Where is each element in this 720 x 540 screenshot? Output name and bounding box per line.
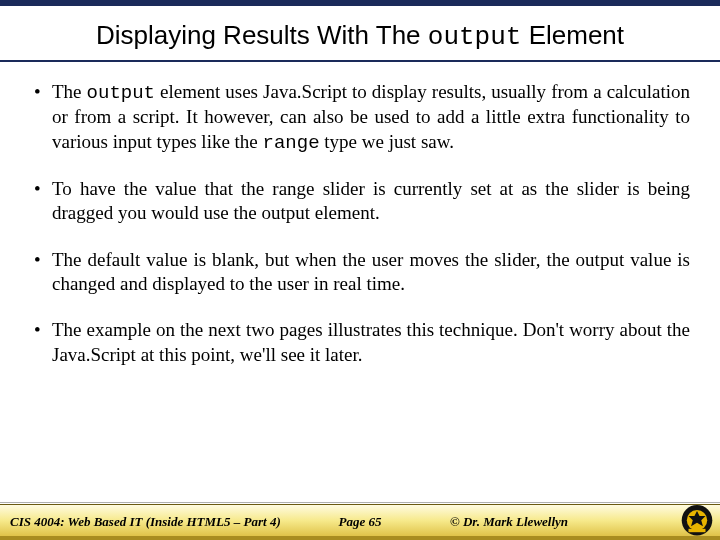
footer-page: Page 65 [339,514,382,530]
title-suffix: Element [521,20,624,50]
title-prefix: Displaying Results With The [96,20,428,50]
footer-course: CIS 4004: Web Based IT (Inside HTML5 – P… [10,514,301,530]
title-underline [0,60,720,62]
bullet-list: The output element uses Java.Script to d… [30,80,690,367]
footer-author: © Dr. Mark Llewellyn [450,514,568,530]
slide-footer: CIS 4004: Web Based IT (Inside HTML5 – P… [0,504,720,540]
slide-content: The output element uses Java.Script to d… [0,80,720,367]
slide-title: Displaying Results With The output Eleme… [0,6,720,60]
bullet-item: The example on the next two pages illust… [30,318,690,367]
footer-inner: CIS 4004: Web Based IT (Inside HTML5 – P… [0,514,720,530]
bullet-item: The default value is blank, but when the… [30,248,690,297]
svg-rect-2 [689,529,706,532]
footer-top-line [0,502,720,503]
bullet-item: To have the value that the range slider … [30,177,690,226]
ucf-logo-icon [680,503,714,537]
title-code: output [428,22,522,52]
bullet-item: The output element uses Java.Script to d… [30,80,690,155]
